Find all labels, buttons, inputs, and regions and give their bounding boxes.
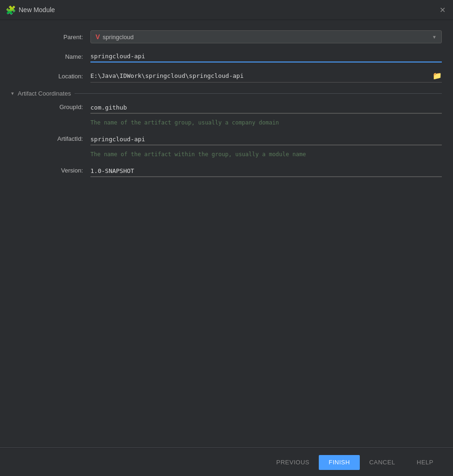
groupid-field: [90, 102, 442, 114]
artifact-section-label: Artifact Coordinates: [18, 90, 71, 97]
groupid-hint-row: The name of the artifact group, usually …: [11, 117, 442, 130]
version-label: Version:: [11, 165, 90, 174]
section-divider: [75, 93, 442, 94]
location-field: 📁: [90, 70, 442, 83]
artifactid-field: [90, 133, 442, 145]
name-input[interactable]: [90, 50, 442, 62]
cancel-button[interactable]: CANCEL: [362, 455, 403, 470]
close-button[interactable]: ✕: [437, 5, 447, 15]
artifactid-hint: The name of the artifact within the grou…: [90, 151, 442, 158]
app-icon: 🧩: [6, 5, 15, 14]
parent-row: Parent: V springcloud ▼: [11, 29, 442, 44]
dialog-content: Parent: V springcloud ▼ Name: Location: …: [0, 20, 453, 448]
location-input[interactable]: [90, 70, 430, 82]
dialog-title: New Module: [19, 6, 55, 14]
finish-button[interactable]: FINISH: [319, 455, 360, 470]
version-input[interactable]: [90, 165, 442, 177]
name-label: Name:: [11, 53, 90, 60]
artifactid-input[interactable]: [90, 133, 442, 145]
name-field: [90, 50, 442, 62]
parent-dropdown[interactable]: V springcloud ▼: [90, 30, 442, 43]
artifactid-hint-row: The name of the artifact within the grou…: [11, 149, 442, 161]
previous-button[interactable]: PREVIOUS: [269, 455, 317, 470]
help-button[interactable]: HELP: [405, 455, 446, 470]
location-wrapper: 📁: [90, 70, 442, 83]
parent-dropdown-value: springcloud: [103, 34, 134, 41]
groupid-label: GroupId:: [11, 102, 90, 110]
location-label: Location:: [11, 73, 90, 80]
artifactid-row: ArtifactId:: [11, 133, 442, 145]
groupid-input[interactable]: [90, 102, 442, 114]
version-row: Version:: [11, 165, 442, 177]
chevron-down-icon: ▼: [432, 34, 437, 40]
groupid-hint: The name of the artifact group, usually …: [90, 119, 442, 126]
artifactid-label: ArtifactId:: [11, 133, 90, 142]
version-field: [90, 165, 442, 177]
maven-icon: V: [96, 33, 100, 41]
location-row: Location: 📁: [11, 69, 442, 83]
parent-label: Parent:: [11, 34, 90, 41]
button-bar: PREVIOUS FINISH CANCEL HELP: [0, 448, 453, 476]
parent-field: V springcloud ▼: [90, 30, 442, 43]
title-bar: 🧩 New Module ✕: [0, 0, 453, 20]
artifact-section-header: ▾ Artifact Coordinates: [11, 90, 442, 97]
name-row: Name:: [11, 49, 442, 64]
chevron-icon[interactable]: ▾: [11, 90, 14, 97]
title-bar-left: 🧩 New Module: [6, 5, 55, 14]
groupid-row: GroupId:: [11, 102, 442, 114]
folder-icon[interactable]: 📁: [432, 71, 442, 80]
